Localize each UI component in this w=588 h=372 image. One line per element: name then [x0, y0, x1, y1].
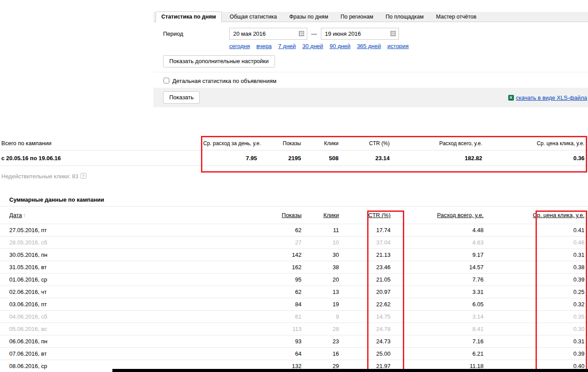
cost-cell: 4.48 [394, 224, 487, 237]
clicks-cell: 20 [305, 274, 342, 286]
link-today[interactable]: сегодня [229, 43, 250, 49]
ctr-cell: 24.73 [342, 335, 394, 348]
shows-cell: 162 [252, 261, 305, 274]
col-shows: Показы [261, 140, 305, 147]
sort-by-ctr[interactable]: CTR (%) [368, 212, 391, 218]
col-ctr: CTR (%) [342, 140, 393, 147]
link-7-days[interactable]: 7 дней [278, 43, 296, 49]
link-yesterday[interactable]: вчера [257, 43, 272, 49]
clicks-cell: 10 [305, 237, 342, 249]
cpc-cell: 0.38 [487, 261, 588, 274]
clicks-cell: 9 [305, 311, 342, 323]
invalid-clicks-label: Недействительные клики: 83 [1, 173, 78, 180]
col-avg-daily-cost: Ср. расход за день, у.е. [203, 140, 261, 147]
date-cell: 28.05.2016, сб [0, 237, 252, 249]
shows-cell: 113 [252, 323, 305, 335]
shows-cell: 95 [252, 274, 305, 286]
tab-stats-by-day[interactable]: Статистика по дням [156, 11, 222, 22]
cost-cell: 7.16 [394, 335, 487, 348]
extra-settings-button[interactable]: Показать дополнительные настройки [163, 55, 275, 68]
calendar-icon[interactable] [391, 31, 396, 36]
cpc-cell: 0.32 [487, 298, 588, 311]
totals-header-row: Всего по кампании Ср. расход за день, у.… [0, 136, 588, 150]
date-cell: 03.06.2016, пт [0, 298, 252, 311]
shows-cell: 142 [252, 249, 305, 261]
value-total-cost: 182.82 [393, 155, 486, 162]
detailed-stats-label[interactable]: Детальная статистика по объявлениям [172, 78, 276, 84]
cost-cell: 7.76 [394, 274, 487, 286]
table-row: 01.06.2016, ср 95 20 21.05 7.76 0.39 [0, 274, 588, 286]
shows-cell: 93 [252, 335, 305, 348]
shows-cell: 61 [252, 311, 305, 323]
download-xls-label: скачать в виде XLS-файла [516, 94, 588, 101]
date-cell: 30.05.2016, пн [0, 249, 252, 261]
sort-by-cpc[interactable]: Ср. цена клика, у.е. [533, 212, 584, 218]
date-cell: 04.06.2016, сб [0, 311, 252, 323]
value-clicks: 508 [305, 155, 342, 162]
help-icon[interactable]: ? [81, 173, 86, 179]
link-90-days[interactable]: 90 дней [330, 43, 350, 49]
cpc-cell: 0.39 [487, 274, 588, 286]
link-history[interactable]: история [387, 43, 409, 49]
value-shows: 2195 [261, 155, 305, 162]
totals-period-label: с 20.05.16 по 19.06.16 [0, 155, 203, 162]
sort-by-cost[interactable]: Расход всего, у.е. [437, 212, 484, 218]
clicks-cell: 30 [305, 249, 342, 261]
table-row: 27.05.2016, пт 62 11 17.74 4.48 0.41 [0, 224, 588, 237]
cost-cell: 8.41 [394, 323, 487, 335]
date-from-input[interactable] [229, 28, 307, 40]
tab-bar: Статистика по дням Общая статистика Фраз… [153, 12, 588, 22]
table-row: 07.06.2016, вт 64 16 25.00 6.21 0.39 [0, 348, 588, 360]
tab-by-regions[interactable]: По регионам [336, 12, 377, 22]
sort-by-date[interactable]: Дата [9, 212, 22, 218]
ctr-cell: 17.74 [342, 224, 394, 237]
date-to-field[interactable] [321, 28, 399, 40]
tab-phrases-by-day[interactable]: Фразы по дням [285, 12, 332, 22]
clicks-cell: 28 [305, 323, 342, 335]
date-cell: 01.06.2016, ср [0, 274, 252, 286]
quick-period-links: сегодня вчера 7 дней 30 дней 90 дней 365… [229, 43, 588, 50]
table-row: 31.05.2016, вт 162 38 23.46 14.57 0.38 [0, 261, 588, 274]
table-header-row: Дата↑ Показы Клики CTR (%) Расход всего,… [0, 207, 588, 224]
table-row: 04.06.2016, сб 61 9 14.75 3.14 0.35 [0, 311, 588, 323]
ctr-cell: 22.62 [342, 298, 394, 311]
col-total-cost: Расход всего, у.е. [393, 140, 486, 147]
table-row: 02.06.2016, чт 62 13 20.97 3.31 0.25 [0, 286, 588, 298]
ctr-cell: 25.00 [342, 348, 394, 360]
calendar-icon[interactable] [299, 31, 304, 36]
link-30-days[interactable]: 30 дней [302, 43, 323, 49]
cost-cell: 4.63 [394, 237, 487, 249]
clicks-cell: 38 [305, 261, 342, 274]
date-cell: 07.06.2016, вт [0, 348, 252, 360]
date-cell: 05.06.2016, вс [0, 323, 252, 335]
filter-form: Период — сегодня вчера 7 дней 30 дней 90… [153, 22, 588, 88]
excel-icon: X [508, 95, 514, 101]
col-avg-cpc: Ср. цена клика, у.е. [486, 140, 588, 147]
ctr-cell: 21.05 [342, 274, 394, 286]
date-range-dash: — [311, 30, 317, 37]
table-row: 06.06.2016, пн 93 23 24.73 7.16 0.31 [0, 335, 588, 348]
shows-cell: 64 [252, 348, 305, 360]
download-xls-link[interactable]: X скачать в виде XLS-файла [508, 94, 588, 101]
tab-report-wizard[interactable]: Мастер отчётов [432, 12, 481, 22]
clicks-cell: 19 [305, 298, 342, 311]
tab-general-stats[interactable]: Общая статистика [225, 12, 281, 22]
show-button[interactable]: Показать [163, 91, 200, 104]
shows-cell: 62 [252, 286, 305, 298]
sort-by-shows[interactable]: Показы [282, 212, 301, 218]
totals-value-row: с 20.05.16 по 19.06.16 7.95 2195 508 23.… [0, 150, 588, 166]
ctr-cell: 24.78 [342, 323, 394, 335]
link-365-days[interactable]: 365 дней [357, 43, 381, 49]
date-to-input[interactable] [321, 28, 399, 40]
ctr-cell: 23.46 [342, 261, 394, 274]
cpc-cell: 0.31 [487, 335, 588, 348]
cpc-cell: 0.41 [487, 224, 588, 237]
tab-by-platforms[interactable]: По площадкам [381, 12, 428, 22]
sort-by-clicks[interactable]: Клики [324, 212, 339, 218]
filter-footer: Показать X скачать в виде XLS-файла [153, 88, 588, 107]
detailed-stats-checkbox[interactable] [164, 78, 169, 83]
date-from-field[interactable] [229, 28, 307, 40]
cpc-cell: 0.39 [487, 348, 588, 360]
cost-cell: 9.17 [394, 249, 487, 261]
ctr-cell: 37.04 [342, 237, 394, 249]
